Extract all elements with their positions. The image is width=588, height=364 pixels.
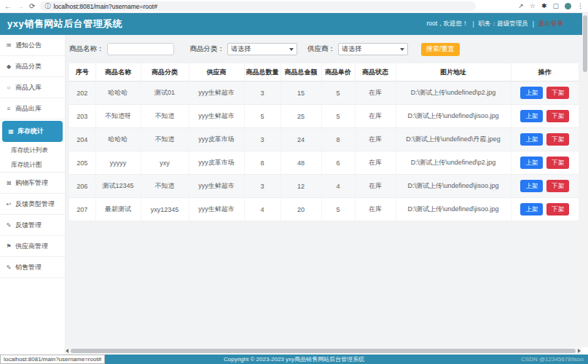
product-name-label: 商品名称： [69,44,104,54]
cell-name: 不知道呀 [95,105,141,128]
sidebar-item-cart-management[interactable]: ⊠购物车管理 [0,173,65,194]
chevron-down-icon [400,48,404,51]
sidebar-item-product-outbound[interactable]: ≡商品出库 [0,98,65,119]
sidebar-item-label: 商品分类 [15,62,42,71]
profile-avatar[interactable] [565,3,571,9]
supplier-management-icon: ⚑ [5,243,12,250]
cell-qty: 3 [244,175,281,198]
cell-status: 在库 [355,151,396,175]
column-header: 商品分类 [141,63,189,82]
horizontal-scrollbar[interactable] [64,347,582,355]
cell-category: 测试01 [141,82,189,105]
role-text: 职务：超级管理员 [479,20,528,28]
cell-actions: 上架下架 [511,175,579,198]
sidebar-item-inventory-stats-list[interactable]: 库存统计列表 [0,143,65,158]
cell-price: 6 [321,151,355,175]
table-header-row: 序号商品名称商品分类供应商商品总数量商品总金额商品单价商品状态图片地址操作 [69,63,579,82]
supplier-select[interactable]: 请选择 [338,43,408,55]
link-status-tooltip: localhost:8081/main?username=root# [0,355,105,364]
sidebar-item-notice[interactable]: ✉通知公告 [0,35,65,56]
inventory-stats-icon: ▦ [7,128,15,135]
sidebar-menu: ✉通知公告◆商品分类○商品入库≡商品出库▦库存统计库存统计列表库存统计图⊠购物车… [0,35,66,347]
sidebar-item-supplier-management[interactable]: ⚑供应商管理 [0,236,65,257]
reload-icon[interactable]: ⟳ [29,3,35,10]
column-header: 商品总数量 [244,63,281,82]
horizontal-scroll-thumb[interactable] [71,349,576,353]
main-content: 商品名称： 商品分类： 请选择 供应商： 请选择 搜索/重置 序号商品名称商品分… [66,35,582,347]
cell-supplier: yyy皮革市场 [189,151,244,175]
scroll-left-icon[interactable] [66,349,68,353]
chevron-down-icon [289,48,294,51]
address-bar[interactable]: ⓘ localhost:8081/main?username=root# [40,1,476,11]
delist-button[interactable]: 下架 [546,180,569,192]
bookmark-star-icon[interactable]: ☆ [530,3,536,9]
cell-status: 在库 [355,175,396,198]
list-button[interactable]: 上架 [520,180,543,192]
cell-supplier: yyy生鲜超市 [189,198,244,221]
cell-supplier: yyy生鲜超市 [189,175,244,198]
delist-button[interactable]: 下架 [546,157,569,169]
cell-supplier: yyy皮革市场 [189,128,244,151]
table-row: 204哈哈哈不知道yyy皮革市场3248在库D:\测试上传\undefined\… [69,128,579,151]
sidebar-item-inventory-stats-chart[interactable]: 库存统计图 [0,158,65,173]
sidebar-item-label: 商品入库 [15,83,42,92]
cell-category: 不知道 [141,175,189,198]
scroll-right-icon[interactable] [578,349,581,353]
sidebar-item-sales-management[interactable]: ✎销售管理 [0,257,65,278]
sales-management-icon: ✎ [5,264,12,271]
tab-search-icon[interactable]: ▢ [552,3,559,9]
search-reset-button[interactable]: 搜索/重置 [421,43,460,56]
notice-icon: ✉ [5,42,12,49]
logout-link[interactable]: 退出登录 [538,20,563,28]
cell-amount: 15 [281,82,321,105]
sidebar-item-feedback-type-management[interactable]: ↩反馈类型管理 [0,194,65,215]
url-text: localhost:8081/main?username=root# [53,3,157,10]
list-button[interactable]: 上架 [520,203,543,215]
delist-button[interactable]: 下架 [546,133,569,146]
inventory-table: 序号商品名称商品分类供应商商品总数量商品总金额商品单价商品状态图片地址操作 20… [69,63,579,221]
cell-supplier: yyy生鲜超市 [189,105,244,128]
cell-path: D:\测试上传\undefined\jisoo.jpg [396,175,511,198]
cell-amount: 48 [281,151,321,175]
category-select[interactable]: 请选择 [227,43,297,55]
vertical-scrollbar[interactable] [582,13,588,347]
cell-id: 202 [69,82,95,105]
cell-id: 205 [69,151,95,175]
feedback-type-management-icon: ↩ [5,201,12,207]
vertical-scroll-thumb[interactable] [583,15,587,72]
list-button[interactable]: 上架 [520,87,543,99]
table-row: 203不知道呀不知道yyy生鲜超市5255在库D:\测试上传\undefined… [69,105,579,128]
cell-path: D:\测试上传\undefined\丹霞.jpeg [396,128,511,151]
cell-qty: 4 [244,198,281,221]
cell-category: yxy [141,151,189,175]
product-name-input[interactable] [107,43,174,55]
sidebar-item-feedback-management[interactable]: ✎反馈管理 [0,215,65,236]
cell-name: 最新测试 [95,198,141,221]
cell-name: yyyyy [95,151,141,175]
cell-price: 8 [321,128,355,151]
cell-id: 204 [69,128,95,151]
cell-id: 203 [69,105,95,128]
sidebar-item-product-inbound[interactable]: ○商品入库 [0,77,65,98]
list-button[interactable]: 上架 [520,133,543,146]
sidebar-item-label: 购物车管理 [15,178,48,188]
cell-amount: 24 [281,128,321,151]
cell-status: 在库 [355,128,396,151]
forward-icon[interactable]: → [17,3,24,10]
extensions-icon[interactable]: ✱ [541,3,547,9]
cell-actions: 上架下架 [511,128,579,151]
sidebar-item-product-category[interactable]: ◆商品分类 [0,56,65,77]
sidebar-item-inventory-stats[interactable]: ▦库存统计 [2,121,63,142]
back-icon[interactable]: ← [4,3,12,10]
list-button[interactable]: 上架 [520,157,543,169]
cell-qty: 3 [244,128,281,151]
site-info-icon[interactable]: ⓘ [44,2,50,10]
delist-button[interactable]: 下架 [546,203,569,215]
browser-menu-icon[interactable]: ⋮ [577,3,584,9]
list-button[interactable]: 上架 [520,110,543,122]
table-row: 202哈哈哈测试01yyy生鲜超市3155在库D:\测试上传\undefined… [69,82,579,105]
share-icon[interactable]: ↗ [518,3,524,9]
delist-button[interactable]: 下架 [546,110,569,122]
delist-button[interactable]: 下架 [546,87,569,99]
cell-actions: 上架下架 [511,105,579,128]
